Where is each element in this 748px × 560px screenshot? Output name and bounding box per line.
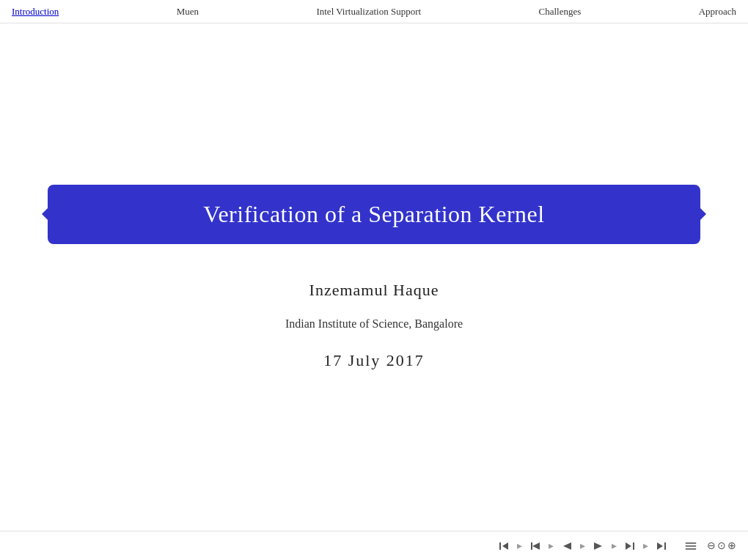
nav-item-muen[interactable]: Muen <box>177 6 199 18</box>
next-page-button[interactable] <box>590 539 607 553</box>
svg-marker-5 <box>594 542 602 550</box>
slide-title: Verification of a Separation Kernel <box>203 201 544 227</box>
navigation-controls: ▸ ▸ ▸ ▸ ▸ <box>495 539 736 553</box>
svg-rect-3 <box>531 542 532 550</box>
svg-rect-10 <box>686 542 696 544</box>
svg-marker-4 <box>563 542 571 550</box>
zoom-reset-button[interactable]: ⊙ <box>717 539 726 552</box>
title-box: Verification of a Separation Kernel <box>48 185 700 244</box>
slide-institution: Indian Institute of Science, Bangalore <box>285 317 463 331</box>
nav-item-introduction[interactable]: Introduction <box>12 6 59 18</box>
nav-bar: Introduction Muen Intel Virtualization S… <box>0 0 748 23</box>
outline-button[interactable] <box>682 539 700 553</box>
svg-rect-6 <box>633 542 634 550</box>
svg-marker-2 <box>532 542 540 550</box>
slide-date: 17 July 2017 <box>323 351 425 370</box>
svg-marker-8 <box>657 542 663 550</box>
prev-section-button[interactable] <box>527 539 544 553</box>
zoom-in-button[interactable]: ⊕ <box>727 539 736 552</box>
svg-rect-11 <box>686 545 696 547</box>
svg-marker-7 <box>626 542 631 550</box>
nav-sep-4: ▸ <box>612 539 617 552</box>
last-page-button[interactable] <box>653 539 670 553</box>
zoom-out-button[interactable]: ⊖ <box>707 539 716 552</box>
next-section-button[interactable] <box>621 539 639 553</box>
first-page-button[interactable] <box>495 539 513 553</box>
zoom-controls: ⊖ ⊙ ⊕ <box>707 539 736 552</box>
nav-item-challenges[interactable]: Challenges <box>539 6 582 18</box>
nav-item-approach[interactable]: Approach <box>699 6 736 18</box>
svg-rect-12 <box>686 548 696 550</box>
svg-marker-1 <box>502 542 508 550</box>
svg-rect-9 <box>664 542 666 550</box>
slide-content: Verification of a Separation Kernel Inze… <box>0 23 748 531</box>
nav-sep-1: ▸ <box>517 539 522 552</box>
prev-page-button[interactable] <box>558 539 576 553</box>
svg-rect-0 <box>499 542 501 550</box>
slide-author: Inzemamul Haque <box>309 281 439 300</box>
bottom-bar: ▸ ▸ ▸ ▸ ▸ <box>0 531 748 560</box>
nav-sep-3: ▸ <box>580 539 585 552</box>
nav-sep-2: ▸ <box>549 539 554 552</box>
nav-item-intel[interactable]: Intel Virtualization Support <box>316 6 421 18</box>
nav-sep-5: ▸ <box>643 539 648 552</box>
